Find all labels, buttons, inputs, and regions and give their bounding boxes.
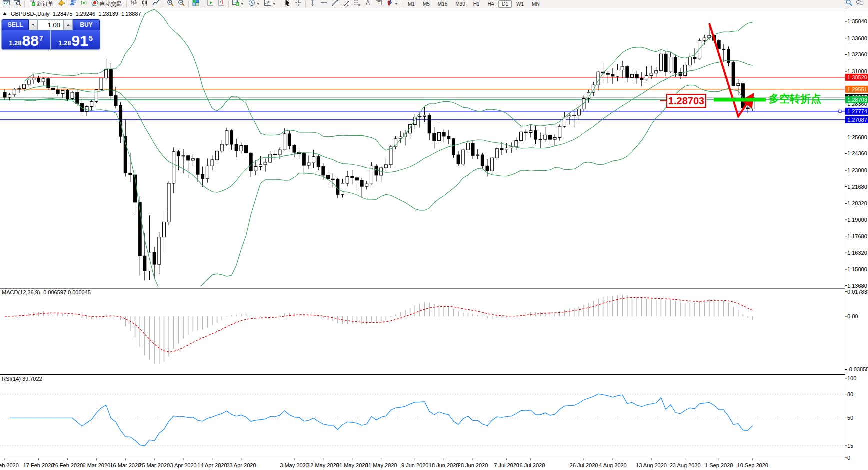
chat-button[interactable] <box>855 0 865 8</box>
date-axis[interactable]: 7 Feb 202017 Feb 202026 Feb 20206 Mar 20… <box>0 458 768 468</box>
panel-borders <box>0 8 845 458</box>
autotrading-button[interactable]: 自动交易 <box>90 0 124 8</box>
arrows-button[interactable] <box>385 0 400 8</box>
line-chart-button[interactable] <box>151 0 161 8</box>
zoom-out-button[interactable] <box>176 0 186 8</box>
rsi-label: RSI(14) 39.7022 <box>2 376 42 382</box>
vertical-line-icon <box>309 0 317 9</box>
support-highlight-bar[interactable] <box>714 98 766 102</box>
trendline-icon <box>331 0 339 9</box>
crosshair-icon <box>294 0 302 9</box>
equidistant-channel-button[interactable]: E <box>341 0 351 8</box>
chart-window-button[interactable] <box>1 0 11 8</box>
price-tick-label: 1.31000 <box>847 68 867 74</box>
buy-button[interactable]: BUY <box>73 19 100 30</box>
macd-tick-label: 0.017833 <box>847 289 868 295</box>
text-button[interactable]: A <box>363 0 373 8</box>
vertical-line-button[interactable] <box>308 0 318 8</box>
svg-text:E: E <box>347 3 349 6</box>
volume-increase-button[interactable] <box>64 19 73 30</box>
chart-canvas[interactable]: 1.350401.336801.323601.310001.283601.256… <box>0 0 868 470</box>
buy-price[interactable]: 1.28 91 5 <box>51 30 100 49</box>
chevron-down-icon[interactable] <box>395 3 398 5</box>
date-tick-label: 9 Jun 2020 <box>401 462 428 468</box>
line-chart-icon <box>152 0 160 9</box>
toolbar-separator <box>228 1 229 7</box>
toolbar-separator <box>126 1 127 7</box>
date-tick-label: 23 Apr 2020 <box>226 462 256 468</box>
chevron-down-icon[interactable] <box>241 3 244 5</box>
sell-button[interactable]: SELL <box>2 19 29 30</box>
date-tick-label: 21 May 2020 <box>336 462 368 468</box>
auto-scroll-button[interactable] <box>205 0 215 8</box>
text-label-button[interactable]: T <box>374 0 384 8</box>
fibonacci-button[interactable]: F <box>352 0 362 8</box>
add-indicator-button[interactable] <box>231 0 246 8</box>
chevron-down-icon <box>32 24 35 26</box>
autotrading-icon <box>91 0 99 9</box>
timeframe-mn[interactable]: MN <box>528 0 543 8</box>
profile-window-button[interactable] <box>12 0 22 8</box>
svg-text:1.29551: 1.29551 <box>847 86 867 92</box>
timeframe-w1[interactable]: W1 <box>513 0 527 8</box>
date-tick-label: 4 Aug 2020 <box>599 462 627 468</box>
template-icon <box>264 0 272 9</box>
template-button[interactable] <box>263 0 278 8</box>
zoom-out-icon <box>177 0 185 9</box>
chat-icon <box>856 0 864 9</box>
svg-text:1.27774: 1.27774 <box>847 108 867 114</box>
periods-button[interactable] <box>247 0 262 8</box>
chevron-down-icon[interactable] <box>257 3 260 5</box>
line-anchor-handle[interactable] <box>839 110 841 112</box>
chart-shift-button[interactable] <box>216 0 226 8</box>
timeframe-d1[interactable]: D1 <box>498 0 512 8</box>
rsi-layer <box>0 394 845 446</box>
horizontal-line-button[interactable] <box>319 0 329 8</box>
rsi-tick-label: 100 <box>847 375 856 381</box>
tile-windows-icon <box>192 0 200 9</box>
bar-chart-button[interactable] <box>129 0 139 8</box>
equidistant-channel-icon: E <box>342 0 350 9</box>
volume-input[interactable] <box>38 19 64 30</box>
timeframe-m30[interactable]: M30 <box>452 0 468 8</box>
candlestick-chart-button[interactable] <box>140 0 150 8</box>
fibonacci-icon: F <box>353 0 361 9</box>
text-label-icon: T <box>375 0 383 9</box>
timeframe-h4[interactable]: H4 <box>484 0 498 8</box>
date-tick-label: 13 Aug 2020 <box>636 462 667 468</box>
cursor-icon <box>283 0 291 9</box>
timeframe-m5[interactable]: M5 <box>419 0 433 8</box>
tile-windows-button[interactable] <box>191 0 201 8</box>
timeframe-h1[interactable]: H1 <box>470 0 483 8</box>
date-tick-label: 3 May 2020 <box>280 462 308 468</box>
chevron-down-icon[interactable] <box>273 3 276 5</box>
sell-price[interactable]: 1.28 88 7 <box>2 30 50 49</box>
timeframe-m15[interactable]: M15 <box>434 0 451 8</box>
sell-price-small: 1.28 <box>9 39 21 47</box>
autotrading-label: 自动交易 <box>100 0 122 8</box>
zoom-in-icon <box>166 0 174 9</box>
trendline-button[interactable] <box>330 0 340 8</box>
volume-decrease-button[interactable] <box>29 19 38 30</box>
price-tick-label: 1.32360 <box>847 51 867 57</box>
signals-button[interactable] <box>79 0 89 8</box>
new-order-button[interactable]: 新订单 <box>27 0 56 8</box>
new-order-icon <box>28 0 36 9</box>
cursor-button[interactable] <box>282 0 292 8</box>
profile-window-icon <box>13 0 21 9</box>
zoom-in-button[interactable] <box>165 0 175 8</box>
chevron-up-icon <box>67 24 70 26</box>
turning-point-text[interactable]: 多空转折点 <box>769 93 821 105</box>
date-tick-label: 17 Feb 2020 <box>23 462 54 468</box>
svg-text:T: T <box>378 0 381 5</box>
collapse-panel-icon[interactable] <box>3 12 7 15</box>
mql5-community-button[interactable] <box>68 0 78 8</box>
price-tick-label: 1.20320 <box>847 200 867 206</box>
toolbar-separator <box>163 1 163 7</box>
metaeditor-button[interactable] <box>57 0 67 8</box>
timeframe-m1[interactable]: M1 <box>404 0 418 8</box>
search-button[interactable] <box>844 0 854 8</box>
rsi-tick-label: 80 <box>847 391 853 397</box>
crosshair-button[interactable] <box>293 0 303 8</box>
search-icon <box>845 0 853 9</box>
